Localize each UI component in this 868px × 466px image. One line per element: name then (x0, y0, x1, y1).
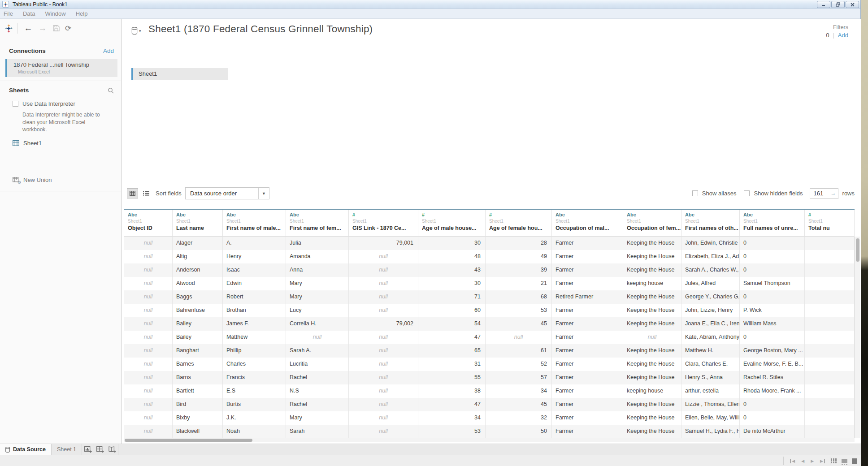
cell-first-names-of-oth[interactable]: Samuel H., Lydia F., Fo... (681, 425, 740, 438)
use-data-interpreter-checkbox[interactable] (13, 101, 18, 107)
cell-occupation-of-fem[interactable]: keeping house (623, 277, 681, 290)
connection-item[interactable]: 1870 Federal ...nell Township Microsoft … (5, 59, 117, 77)
cell-first-name-of-male[interactable]: Brothan (223, 304, 286, 317)
cell-last-name[interactable]: Bartlett (173, 384, 223, 398)
cell-age-of-female-hou[interactable]: 21 (486, 277, 552, 290)
cell-occupation-of-mal[interactable]: Farmer (552, 277, 623, 290)
cell-object-id[interactable]: null (124, 304, 173, 317)
cell-object-id[interactable]: null (124, 250, 173, 263)
cell-first-name-of-male[interactable]: Phillip (223, 344, 286, 358)
tab-data-source[interactable]: Data Source (0, 444, 52, 455)
cell-total-nu[interactable] (805, 331, 855, 344)
cell-full-names-of-unre[interactable]: Evaline Morse, F. E. B... (740, 358, 805, 371)
cell-full-names-of-unre[interactable]: Samuel Thompson (740, 277, 805, 290)
cell-gis-link-1870-ce[interactable]: null (349, 358, 418, 371)
cell-gis-link-1870-ce[interactable]: null (349, 344, 418, 358)
vertical-scrollbar-thumb[interactable] (856, 238, 859, 262)
cell-first-name-of-male[interactable]: Henry (223, 250, 286, 263)
cell-first-names-of-oth[interactable]: Joana E., Ella C., Irene... (681, 317, 740, 331)
cell-full-names-of-unre[interactable]: 0 (740, 290, 805, 304)
cell-first-name-of-male[interactable]: Matthew (223, 331, 286, 344)
cell-occupation-of-fem[interactable]: Keeping the House (623, 250, 681, 263)
cell-occupation-of-fem[interactable]: Keeping the House (623, 237, 681, 250)
cell-object-id[interactable]: null (124, 344, 173, 358)
cell-gis-link-1870-ce[interactable]: 79,002 (349, 317, 418, 331)
close-button[interactable] (846, 1, 859, 8)
column-header-full-names-of-unre[interactable]: AbcSheet1Full names of unre... (740, 210, 805, 237)
cell-first-name-of-fem[interactable]: Correlia H. (286, 317, 349, 331)
sidebar-sheet-item[interactable]: Sheet1 (13, 140, 42, 147)
cell-gis-link-1870-ce[interactable]: null (349, 304, 418, 317)
cell-age-of-male-house[interactable]: 47 (418, 331, 486, 344)
first-sheet-button[interactable]: ◀ (790, 459, 795, 463)
menu-help[interactable]: Help (76, 10, 88, 17)
cell-first-name-of-fem[interactable]: N.S (286, 384, 349, 398)
rows-go-arrow-icon[interactable]: → (831, 190, 836, 196)
cell-first-name-of-male[interactable]: Isaac (223, 263, 286, 277)
cell-full-names-of-unre[interactable]: 0 (740, 398, 805, 411)
cell-age-of-male-house[interactable]: 47 (418, 398, 486, 411)
cell-occupation-of-fem[interactable]: null (623, 331, 681, 344)
cell-age-of-female-hou[interactable]: 49 (486, 250, 552, 263)
cell-age-of-male-house[interactable]: 48 (418, 250, 486, 263)
cell-occupation-of-fem[interactable]: Keeping the House (623, 304, 681, 317)
cell-gis-link-1870-ce[interactable]: null (349, 290, 418, 304)
cell-total-nu[interactable] (805, 304, 855, 317)
cell-age-of-male-house[interactable]: 53 (418, 425, 486, 438)
cell-total-nu[interactable] (805, 277, 855, 290)
cell-occupation-of-mal[interactable]: Farmer (552, 358, 623, 371)
cell-age-of-male-house[interactable]: 38 (418, 384, 486, 398)
sort-order-dropdown[interactable]: Data source order ▼ (185, 187, 269, 199)
cell-first-name-of-male[interactable]: Robert (223, 290, 286, 304)
cell-age-of-female-hou[interactable]: 61 (486, 344, 552, 358)
cell-first-name-of-fem[interactable]: Mary (286, 277, 349, 290)
cell-occupation-of-fem[interactable]: Keeping the House (623, 317, 681, 331)
cell-occupation-of-mal[interactable]: Farmer (552, 411, 623, 425)
cell-occupation-of-mal[interactable]: Farmer (552, 384, 623, 398)
cell-occupation-of-mal[interactable]: Farmer (552, 331, 623, 344)
cell-full-names-of-unre[interactable]: William Mass (740, 317, 805, 331)
cell-last-name[interactable]: Alager (173, 237, 223, 250)
cell-full-names-of-unre[interactable]: 0 (740, 250, 805, 263)
cell-full-names-of-unre[interactable]: 0 (740, 331, 805, 344)
cell-occupation-of-mal[interactable]: Farmer (552, 237, 623, 250)
cell-age-of-female-hou[interactable]: 45 (486, 317, 552, 331)
cell-occupation-of-fem[interactable]: Keeping the House (623, 411, 681, 425)
cell-first-names-of-oth[interactable]: Matthew H. (681, 344, 740, 358)
cell-age-of-female-hou[interactable]: null (486, 331, 552, 344)
new-dashboard-button[interactable] (94, 444, 106, 455)
cell-last-name[interactable]: Atwood (173, 277, 223, 290)
redo-forward-arrow-icon[interactable]: → (37, 24, 48, 33)
add-filter-link[interactable]: Add (838, 32, 848, 39)
undo-back-arrow-icon[interactable]: ← (22, 24, 34, 33)
cell-age-of-male-house[interactable]: 31 (418, 358, 486, 371)
cell-last-name[interactable]: Barnes (173, 358, 223, 371)
cell-first-names-of-oth[interactable]: Sarah A., Charles W., ... (681, 263, 740, 277)
cell-last-name[interactable]: Altig (173, 250, 223, 263)
cell-occupation-of-mal[interactable]: Farmer (552, 304, 623, 317)
cell-age-of-female-hou[interactable]: 52 (486, 358, 552, 371)
search-icon[interactable] (108, 87, 114, 94)
cell-last-name[interactable]: Bailey (173, 331, 223, 344)
cell-first-names-of-oth[interactable]: Kate, Abram, Anthony (681, 331, 740, 344)
cell-full-names-of-unre[interactable]: George Boston, Mary ... (740, 344, 805, 358)
column-header-gis-link-1870-ce[interactable]: #Sheet1GIS Link - 1870 Ce... (349, 210, 418, 237)
cell-full-names-of-unre[interactable]: 0 (740, 237, 805, 250)
cell-full-names-of-unre[interactable]: De nito McArthur (740, 425, 805, 438)
cell-first-name-of-fem[interactable]: Lucritia (286, 358, 349, 371)
cell-object-id[interactable]: null (124, 425, 173, 438)
cell-first-name-of-fem[interactable]: Rachel (286, 371, 349, 384)
cell-occupation-of-fem[interactable]: Keeping the House (623, 344, 681, 358)
cell-occupation-of-fem[interactable]: Keeping the House (623, 425, 681, 438)
cell-total-nu[interactable] (805, 398, 855, 411)
cell-occupation-of-fem[interactable]: Keeping the House (623, 263, 681, 277)
cell-total-nu[interactable] (805, 317, 855, 331)
cell-last-name[interactable]: Anderson (173, 263, 223, 277)
cell-total-nu[interactable] (805, 290, 855, 304)
grid-view-button[interactable] (127, 188, 138, 198)
cell-full-names-of-unre[interactable]: Rhoda Moore, Frank ... (740, 384, 805, 398)
cell-last-name[interactable]: Bahrenfuse (173, 304, 223, 317)
column-header-first-name-of-male[interactable]: AbcSheet1First name of male... (223, 210, 286, 237)
cell-age-of-male-house[interactable]: 65 (418, 344, 486, 358)
cell-age-of-male-house[interactable]: 71 (418, 290, 486, 304)
